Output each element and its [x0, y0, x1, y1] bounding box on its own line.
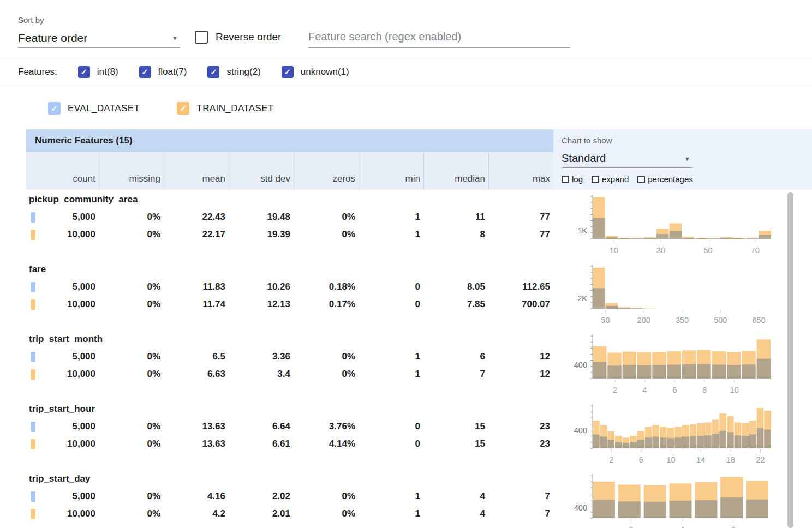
column-header-min: min	[359, 152, 423, 190]
facets-overview-page: Sort by Feature order ▼ Reverse order Fe…	[0, 0, 812, 528]
feature-name: pickup_community_area	[26, 192, 553, 208]
stat-value: 7	[488, 505, 553, 523]
toolbar: Sort by Feature order ▼ Reverse order	[0, 0, 812, 57]
stat-value: 1	[359, 226, 423, 243]
stat-row-eval: 5,0000%22.4319.480%11177	[26, 208, 553, 226]
stat-value: 15	[423, 435, 488, 453]
chevron-down-icon: ▼	[172, 35, 180, 41]
chart-controls: Chart to show Standard ▼ logexpandpercen…	[553, 129, 812, 190]
dataset-marker-train-icon	[31, 439, 35, 449]
feature-type-label: unknown(1)	[301, 67, 349, 77]
stat-value: 7	[488, 488, 553, 505]
stat-value: 12	[488, 348, 553, 365]
svg-text:400: 400	[574, 503, 587, 512]
stat-value: 10,000	[26, 435, 99, 453]
stat-row-train: 10,0000%13.636.614.14%01523	[26, 435, 553, 453]
svg-text:10: 10	[666, 455, 675, 464]
svg-text:400: 400	[574, 426, 587, 435]
reverse-order-checkbox[interactable]: Reverse order	[195, 31, 281, 44]
chart-option-log[interactable]: log	[562, 175, 583, 184]
feature-name: trip_start_hour	[26, 401, 553, 418]
feature-name: trip_start_month	[26, 332, 553, 348]
stat-value: 7	[423, 365, 488, 383]
feature-type-checkbox-float[interactable]: ✓float(7)	[139, 66, 187, 78]
dataset-checkbox-eval[interactable]: ✓EVAL_DATASET	[48, 102, 140, 115]
histogram-pickup_community_area: 1K10305070	[553, 193, 788, 261]
sort-by-label: Sort by	[18, 15, 44, 25]
checkbox-checked-icon: ✓	[48, 102, 61, 115]
stat-value: 0%	[99, 208, 164, 226]
dataset-marker-eval-icon	[31, 422, 35, 432]
stat-value: 10.26	[229, 278, 294, 296]
stat-value: 0%	[294, 348, 359, 365]
dataset-marker-eval-icon	[31, 212, 35, 223]
feature-type-label: string(2)	[226, 67, 260, 77]
vertical-scrollbar[interactable]	[787, 192, 793, 528]
stat-value: 0%	[99, 348, 164, 365]
feature-stats-trip_start_hour: trip_start_hour5,0000%13.636.643.76%0152…	[26, 399, 553, 469]
svg-text:50: 50	[601, 316, 610, 325]
svg-text:2: 2	[609, 455, 613, 464]
stat-value: 6.64	[229, 418, 294, 435]
svg-text:10: 10	[610, 246, 618, 255]
stat-value: 23	[488, 435, 553, 453]
stat-value: 0.17%	[294, 296, 359, 313]
stat-row-train: 10,0000%11.7412.130.17%07.85700.07	[26, 296, 553, 313]
svg-text:70: 70	[751, 246, 760, 255]
feature-search-input[interactable]	[308, 26, 570, 48]
svg-text:14: 14	[696, 455, 705, 464]
dataset-checkbox-train[interactable]: ✓TRAIN_DATASET	[177, 102, 274, 115]
svg-text:2: 2	[613, 386, 617, 394]
feature-type-checkbox-unknown[interactable]: ✓unknown(1)	[282, 66, 349, 78]
svg-text:22: 22	[756, 455, 765, 464]
svg-text:2K: 2K	[577, 294, 587, 303]
svg-text:2: 2	[629, 525, 633, 528]
stat-value: 5,000	[26, 418, 99, 435]
column-header-zeros: zeros	[294, 152, 359, 190]
stat-value: 5,000	[26, 488, 99, 505]
stat-row-eval: 5,0000%4.162.020%147	[26, 488, 553, 505]
feature-type-checkbox-string[interactable]: ✓string(2)	[207, 66, 260, 78]
chart-option-label: percentages	[648, 175, 693, 184]
feature-table: Numeric Features (15) countmissingmeanst…	[0, 129, 812, 528]
checkbox-unchecked-icon	[195, 31, 208, 44]
dataset-marker-train-icon	[31, 509, 35, 519]
features-label: Features:	[18, 67, 57, 77]
stat-value: 0%	[99, 365, 164, 383]
chart-to-show-label: Chart to show	[562, 136, 812, 145]
histogram-trip_start_day: 400246	[553, 472, 788, 528]
feature-type-checkbox-int[interactable]: ✓int(8)	[78, 66, 118, 78]
stat-value: 0.18%	[294, 278, 359, 296]
dataset-marker-eval-icon	[31, 282, 35, 292]
stat-row-train: 10,0000%22.1719.390%1877	[26, 226, 553, 243]
stat-value: 10,000	[26, 226, 99, 243]
checkbox-checked-icon: ✓	[177, 102, 189, 115]
feature-name: trip_start_day	[26, 471, 553, 488]
stat-value: 1	[359, 348, 423, 365]
chart-type-select[interactable]: Standard ▼	[562, 149, 692, 168]
sort-by-select[interactable]: Feature order ▼	[18, 28, 180, 48]
stat-value: 19.48	[229, 208, 294, 226]
stat-value: 5,000	[26, 278, 99, 296]
dataset-marker-train-icon	[31, 230, 35, 240]
svg-text:200: 200	[637, 316, 650, 325]
dataset-row: ✓EVAL_DATASET✓TRAIN_DATASET	[0, 87, 812, 129]
stat-value: 13.63	[164, 418, 229, 435]
stat-row-eval: 5,0000%6.53.360%1612	[26, 348, 553, 365]
stat-value: 0	[359, 278, 423, 296]
column-header-median: median	[423, 152, 488, 190]
dataset-label: EVAL_DATASET	[68, 103, 140, 114]
stat-value: 1	[359, 208, 423, 226]
svg-text:10: 10	[730, 386, 739, 394]
feature-stats-trip_start_month: trip_start_month5,0000%6.53.360%161210,0…	[26, 329, 553, 399]
sort-by-value: Feature order	[18, 32, 87, 45]
histogram-trip_start_month: 400246810	[553, 333, 788, 400]
stat-value: 6	[423, 348, 488, 365]
feature-type-label: int(8)	[97, 67, 118, 77]
chart-option-percentages[interactable]: percentages	[637, 175, 693, 184]
feature-stats-fare: fare5,0000%11.8310.260.18%08.05112.6510,…	[26, 260, 553, 329]
chart-option-expand[interactable]: expand	[592, 175, 629, 184]
stat-value: 0%	[294, 226, 359, 243]
svg-text:6: 6	[639, 455, 643, 464]
feature-chart-fare: 2K50200350500650	[553, 263, 812, 333]
